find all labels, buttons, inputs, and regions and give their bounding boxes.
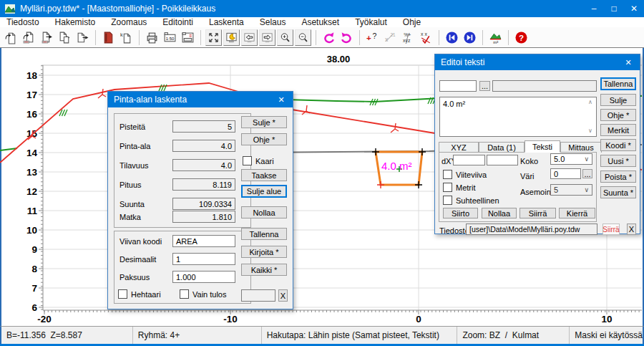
menu-editointi[interactable]: Editointi (155, 17, 201, 27)
checkbox-box[interactable] (180, 289, 189, 299)
merkit-button[interactable]: Merkit (600, 124, 636, 136)
point-number-button[interactable]: x21 (382, 29, 399, 46)
sulje-button[interactable]: Sulje (600, 94, 636, 106)
convert-file-button[interactable] (57, 29, 73, 46)
export-file-button[interactable] (74, 29, 91, 46)
menu-tyokalut[interactable]: Työkalut (347, 17, 395, 27)
vari-dots-button[interactable]: ... (582, 169, 592, 178)
read-file-button[interactable] (21, 29, 37, 46)
scroll-up-icon[interactable]: ∧ (588, 99, 592, 105)
check-points-icon: x x (419, 31, 433, 44)
check-points-button[interactable]: x x (418, 29, 434, 46)
dialog-title: Pinta-alan laskenta (114, 95, 187, 105)
file-format-button[interactable]: k (118, 29, 135, 46)
nollaa-button[interactable]: Nollaa (482, 208, 517, 218)
previous-section-button[interactable] (444, 29, 460, 46)
nollaa-button[interactable]: Nollaa (241, 206, 287, 218)
print-button[interactable] (144, 29, 160, 46)
maximize-button[interactable]: □ (604, 0, 624, 17)
suhteellinen-checkbox[interactable]: Suhteellinen (443, 196, 499, 205)
dialog-close-button[interactable]: ✕ (617, 54, 640, 70)
suunta-button[interactable]: Suunta * (600, 186, 636, 198)
viiteviiva-checkbox[interactable]: Viiteviiva (443, 170, 487, 179)
dialog-close-button[interactable]: ✕ (270, 92, 293, 107)
siirto-button[interactable]: Siirto (443, 208, 478, 218)
menu-laskenta[interactable]: Laskenta (201, 17, 252, 27)
minimize-button[interactable]: – (584, 0, 604, 17)
vari-input[interactable]: 0 (550, 168, 581, 179)
viivan-koodi-input[interactable]: AREA (172, 235, 235, 247)
point-query-button[interactable]: +? (364, 29, 381, 46)
dx-input[interactable] (453, 155, 485, 165)
browse-dots-button[interactable]: ... (479, 81, 490, 91)
scroll-down-icon[interactable]: ∨ (588, 128, 592, 134)
x-button[interactable]: X (278, 289, 288, 302)
scale-button[interactable]: 1:50 (162, 29, 178, 46)
menu-zoomaus[interactable]: Zoomaus (103, 17, 155, 27)
undo-button[interactable] (321, 29, 337, 46)
checkbox-box[interactable] (443, 196, 452, 205)
taakse-button[interactable]: Taakse (241, 169, 287, 181)
dialog-title-bar[interactable]: Editoi teksti (435, 54, 640, 70)
ohje-button[interactable]: Ohje * (600, 109, 636, 121)
kierra-button[interactable]: Kierrä (559, 208, 595, 218)
export-file-icon (76, 31, 89, 44)
write-file-button[interactable] (39, 29, 55, 46)
tab-mittaus[interactable]: Mittaus (560, 142, 602, 153)
pan-left-button[interactable] (241, 29, 258, 46)
sulje-button[interactable]: Sulje * (241, 116, 287, 128)
help-button[interactable]: ? (513, 29, 530, 46)
siirra-mode-badge[interactable]: Siirrä (602, 224, 620, 235)
zoom-fit-button[interactable] (205, 29, 222, 46)
kaikki-button[interactable]: Kaikki * (241, 264, 287, 276)
volume-button[interactable]: m³ (487, 29, 504, 46)
dialog-title: Editoi teksti (441, 57, 484, 67)
menu-tiedosto[interactable]: Tiedosto (0, 17, 47, 27)
uusi-button[interactable]: Uusi * (600, 155, 636, 167)
page-setup-button[interactable] (180, 29, 196, 46)
file-manager-button[interactable] (100, 29, 117, 46)
redraw-button[interactable] (223, 29, 240, 46)
checkbox-box[interactable] (443, 170, 452, 179)
next-section-button[interactable] (462, 29, 478, 46)
checkbox-box[interactable] (443, 183, 452, 192)
poista-button[interactable]: Poista * (600, 170, 636, 183)
paksuus-input[interactable]: 1.000 (172, 271, 235, 283)
desimaalit-input[interactable]: 1 (172, 253, 235, 265)
menu-selaus[interactable]: Selaus (252, 17, 294, 27)
redo-button[interactable] (338, 29, 355, 46)
text-content-area[interactable]: 4.0 m² (439, 97, 597, 137)
x-button[interactable]: X (627, 224, 636, 235)
pan-right-button[interactable] (259, 29, 275, 46)
hehtaari-checkbox[interactable]: Hehtaari (118, 289, 161, 299)
ohje-button[interactable]: Ohje * (241, 133, 287, 145)
sulje-alue-button[interactable]: Sulje alue (241, 185, 287, 198)
checkbox-box[interactable] (118, 289, 127, 299)
menu-ohje[interactable]: Ohje (395, 17, 429, 27)
tab-teksti[interactable]: Teksti (525, 140, 560, 153)
kaari-checkbox[interactable]: Kaari (243, 156, 274, 165)
checkbox-box[interactable] (243, 156, 252, 165)
close-button[interactable]: ✕ (624, 0, 644, 17)
tab-data[interactable]: Data (1) (479, 142, 525, 153)
zoom-in-button[interactable] (277, 29, 293, 46)
metrit-checkbox[interactable]: Metrit (443, 183, 476, 192)
open-file-button[interactable] (3, 29, 19, 46)
coordinates-button[interactable]: %+xyz (400, 29, 416, 46)
menu-hakemisto[interactable]: Hakemisto (47, 17, 104, 27)
arrow-right-icon (261, 32, 273, 44)
tallenna-button[interactable]: Tallenna (600, 77, 636, 90)
koko-combo[interactable]: 5.0∨ (550, 153, 592, 165)
koodi-button[interactable]: Koodi * (600, 139, 636, 151)
vain-tulos-checkbox[interactable]: Vain tulos (180, 289, 227, 299)
tallenna-button[interactable]: Tallenna (241, 228, 287, 240)
dy-input[interactable] (487, 155, 518, 165)
dialog-title-bar[interactable]: Pinta-alan laskenta (108, 92, 293, 107)
code-input[interactable] (439, 80, 477, 92)
siirra-button[interactable]: Siirrä (519, 208, 556, 218)
asemointi-combo[interactable]: 5∨ (550, 184, 592, 196)
zoom-out-button[interactable] (295, 29, 311, 46)
menu-asetukset[interactable]: Asetukset (293, 17, 347, 27)
tab-xyz[interactable]: XYZ (439, 142, 479, 153)
kirjoita-button[interactable]: Kirjoita * (241, 246, 287, 258)
